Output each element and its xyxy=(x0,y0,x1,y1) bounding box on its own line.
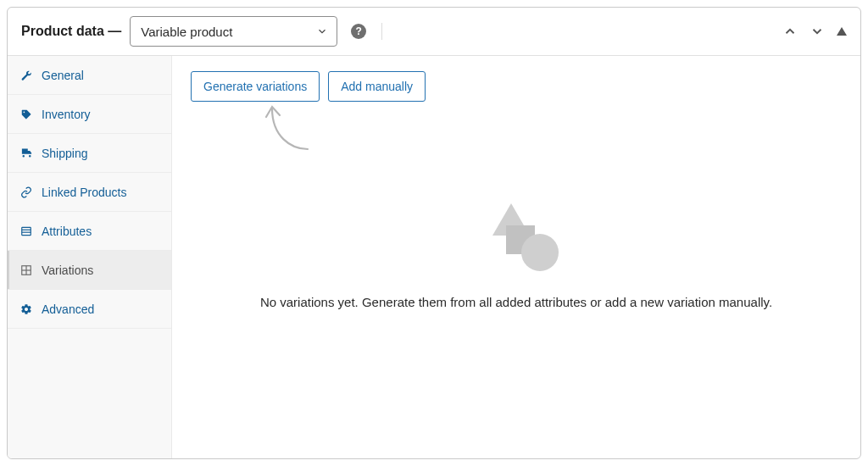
sidebar-item-attributes[interactable]: Attributes xyxy=(8,212,171,251)
sidebar-item-inventory[interactable]: Inventory xyxy=(8,95,171,134)
sidebar-item-label: Advanced xyxy=(42,302,94,316)
panel-title: Product data — xyxy=(21,24,121,39)
empty-state: No variations yet. Generate them from al… xyxy=(172,200,860,313)
sidebar-item-label: Shipping xyxy=(42,147,88,160)
sidebar: General Inventory Shipping Linked Produc… xyxy=(8,56,172,458)
link-icon xyxy=(19,186,33,199)
sidebar-item-label: Attributes xyxy=(42,225,92,238)
vertical-divider xyxy=(381,23,382,40)
help-icon[interactable]: ? xyxy=(351,24,366,39)
truck-icon xyxy=(19,147,33,160)
chevron-down-icon[interactable] xyxy=(810,24,825,39)
svg-rect-0 xyxy=(22,227,31,235)
placeholder-shapes-icon xyxy=(474,200,559,268)
variation-actions: Generate variations Add manually xyxy=(191,71,842,102)
tag-icon xyxy=(19,108,33,121)
grid-icon xyxy=(19,264,33,277)
sidebar-item-shipping[interactable]: Shipping xyxy=(8,134,171,173)
add-manually-button[interactable]: Add manually xyxy=(328,71,426,102)
sidebar-item-label: General xyxy=(42,69,84,82)
chevron-up-icon[interactable] xyxy=(782,24,798,39)
generate-variations-button[interactable]: Generate variations xyxy=(191,71,320,102)
sidebar-item-advanced[interactable]: Advanced xyxy=(8,290,171,329)
sidebar-item-variations[interactable]: Variations xyxy=(8,251,171,290)
panel-body: General Inventory Shipping Linked Produc… xyxy=(8,56,860,458)
sidebar-item-general[interactable]: General xyxy=(8,56,171,95)
wrench-icon xyxy=(19,69,33,82)
sidebar-item-label: Inventory xyxy=(42,108,91,121)
gear-icon xyxy=(19,302,33,316)
collapse-toggle-icon[interactable] xyxy=(837,27,847,36)
product-type-value: Variable product xyxy=(141,25,232,39)
panel-header: Product data — Variable product ? xyxy=(8,8,860,56)
product-type-select[interactable]: Variable product xyxy=(130,16,337,47)
list-icon xyxy=(19,225,33,238)
sidebar-item-label: Variations xyxy=(42,264,93,277)
empty-state-message: No variations yet. Generate them from al… xyxy=(260,293,772,313)
panel-header-controls xyxy=(782,24,847,39)
sidebar-item-linked-products[interactable]: Linked Products xyxy=(8,173,171,212)
sidebar-item-label: Linked Products xyxy=(42,186,126,199)
chevron-down-icon xyxy=(316,25,328,37)
hint-arrow-icon xyxy=(257,98,325,166)
product-data-panel: Product data — Variable product ? xyxy=(7,7,861,459)
variations-content: Generate variations Add manually No vari… xyxy=(172,56,860,458)
